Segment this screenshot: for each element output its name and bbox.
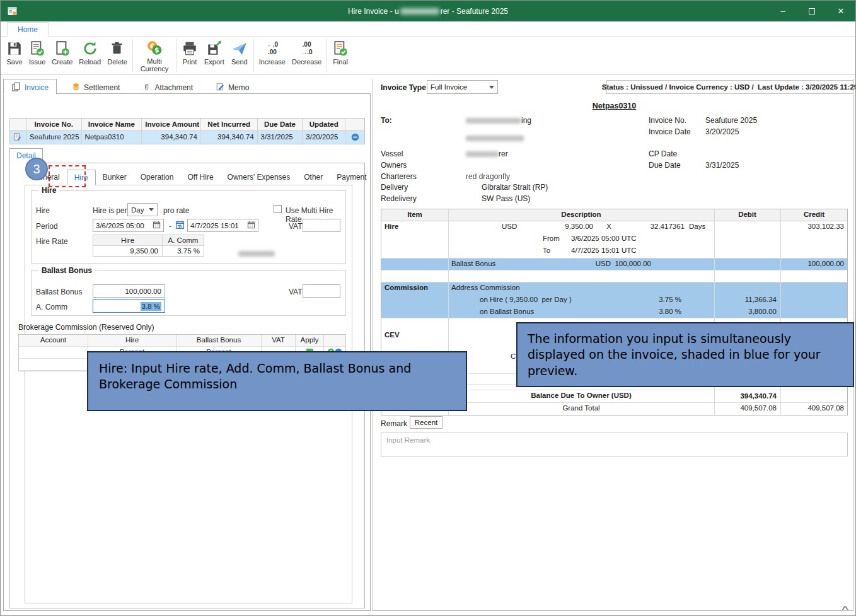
cell-due-date: 3/31/2025 <box>258 131 303 144</box>
commission-on-hire: on Hire ( 9,350.00 per Day ) <box>480 296 615 303</box>
hire-vat-input[interactable] <box>303 219 340 232</box>
col-updated[interactable]: Updated <box>303 119 345 131</box>
delete-button[interactable]: Delete <box>104 37 130 74</box>
ribbon-toolbar: Save Issue Create Reload Delete €$ <box>1 37 855 75</box>
tab-label: Invoice <box>25 83 49 92</box>
tab-other[interactable]: Other <box>297 170 330 185</box>
col-invoice-no[interactable]: Invoice No. <box>26 119 82 131</box>
close-button[interactable]: ✕ <box>826 1 855 21</box>
ballast-bonus-value: 100,000.00 <box>125 288 161 295</box>
hire-groupbox: Hire Hire Hire is per Day pro rate Use M… <box>31 190 346 264</box>
cell-net-incurred: 394,340.74 <box>201 131 258 144</box>
groupbox-title: Hire <box>38 186 59 195</box>
vat-label: VAT <box>289 288 303 296</box>
hire-rate-label: Hire Rate <box>36 237 68 246</box>
period-to-input[interactable]: 4/7/2025 15:01 <box>187 219 258 232</box>
hire-credit: 303,102.33 <box>807 223 844 230</box>
cell-invoice-amount: 394,340.74 <box>142 131 201 144</box>
tab-owners-expenses[interactable]: Owners' Expenses <box>221 170 298 185</box>
document-plus-icon <box>54 40 71 57</box>
col-hire: Hire <box>88 335 176 347</box>
charterers-label: Charterers <box>381 172 417 181</box>
period-dash: - <box>169 222 171 231</box>
reload-button[interactable]: Reload <box>76 37 104 74</box>
send-button[interactable]: Send <box>228 37 252 74</box>
use-multi-hire-checkbox[interactable] <box>274 205 282 213</box>
invoice-type-select[interactable]: Full Invoice <box>427 80 498 94</box>
balance-due-debit: 394,340.74 <box>740 392 777 400</box>
tab-memo[interactable]: Memo <box>208 79 257 94</box>
hire-rate-value[interactable]: 9,350.00 <box>93 246 163 256</box>
redelivery-label: Redelivery <box>381 194 417 203</box>
due-date-value: 3/31/2025 <box>705 161 739 170</box>
create-button[interactable]: Create <box>49 37 76 74</box>
calendar-icon[interactable] <box>153 221 161 230</box>
decrease-decimal-button[interactable]: .00→.0 Decrease <box>289 37 325 74</box>
commission-on-ballast: on Ballast Bonus <box>480 308 615 315</box>
tab-settlement[interactable]: Settlement <box>64 79 127 94</box>
hire-currency: USD <box>502 223 521 230</box>
grand-total-credit: 409,507.08 <box>807 404 844 412</box>
export-disk-arrow-icon <box>206 40 223 57</box>
minus-circle-icon[interactable] <box>345 131 364 144</box>
step-3-badge: 3 <box>25 158 48 180</box>
address-commission-label: Address Commission <box>448 282 714 294</box>
tab-off-hire[interactable]: Off Hire <box>180 170 220 185</box>
ribbon-collapse-icon[interactable]: ^ <box>842 604 849 613</box>
hire-per-select[interactable]: Day <box>127 203 158 216</box>
brokerage-title: Brokerage Commission (Reserved Only) <box>18 323 154 332</box>
app-window: Hire Invoice - urer - Seafuture 2025 – ✕… <box>0 0 856 616</box>
tab-payment[interactable]: Payment <box>330 170 373 185</box>
ballast-acomm-input[interactable]: 3.8 % <box>93 299 165 313</box>
tab-bunker[interactable]: Bunker <box>96 170 134 185</box>
hire-acomm-value[interactable]: 3.75 % <box>163 246 204 256</box>
period-from-value: 3/6/2025 05:00 <box>96 222 144 230</box>
vat-label: VAT <box>289 222 303 231</box>
hire-to: 4/7/2025 15:01 UTC <box>571 247 637 254</box>
calendar-sync-icon[interactable] <box>175 220 185 231</box>
col-due-date[interactable]: Due Date <box>258 119 303 131</box>
tab-home[interactable]: Home <box>7 22 49 37</box>
remark-input[interactable]: Input Remark <box>381 433 848 456</box>
currency-coins-icon: €$ <box>146 40 163 57</box>
ballast-amount: USD 100,000.00 <box>596 260 651 267</box>
increase-decimal-button[interactable]: ←.0.00 Increase <box>256 37 289 74</box>
multi-currency-button[interactable]: €$ Multi Currency <box>135 37 174 74</box>
owners-label: Owners <box>381 161 407 170</box>
minimize-button[interactable]: – <box>768 1 797 21</box>
period-label: Period <box>36 222 58 231</box>
refresh-icon <box>82 40 98 57</box>
export-button[interactable]: Export <box>201 37 228 74</box>
ribbon-separator <box>176 39 176 72</box>
hire-item: Hire <box>381 221 448 258</box>
print-button[interactable]: Print <box>178 37 201 74</box>
period-from-input[interactable]: 3/6/2025 05:00 <box>93 219 164 232</box>
hire-is-per-label: Hire is per <box>93 206 127 215</box>
to-label: To <box>543 247 571 254</box>
col-debit: Debit <box>714 209 780 221</box>
button-label: Create <box>52 58 72 66</box>
grand-total-debit: 409,507.08 <box>740 404 777 412</box>
ballast-vat-input[interactable] <box>303 284 340 298</box>
invoice-row[interactable]: Seafuture 2025 Netpas0310 394,340.74 394… <box>10 131 364 144</box>
button-label: Send <box>231 58 248 66</box>
maximize-button[interactable] <box>797 1 826 21</box>
ballast-bonus-input[interactable]: 100,000.00 <box>93 284 165 298</box>
tab-operation[interactable]: Operation <box>134 170 181 185</box>
tab-attachment[interactable]: Attachment <box>135 79 200 94</box>
hire-rate: 9,350.00 <box>521 223 593 230</box>
account-cell[interactable] <box>19 347 88 359</box>
col-invoice-amount[interactable]: Invoice Amount <box>142 119 201 131</box>
col-net-incurred[interactable]: Net Incurred <box>201 119 258 131</box>
save-button[interactable]: Save <box>3 37 26 74</box>
final-button[interactable]: Final <box>329 37 352 74</box>
col-invoice-name[interactable]: Invoice Name <box>82 119 142 131</box>
ballast-credit: 100,000.00 <box>807 260 844 267</box>
tab-invoice[interactable]: Invoice <box>3 79 57 95</box>
preview-table-header: Item Description Debit Credit <box>381 209 847 221</box>
button-label: Reload <box>79 58 101 66</box>
calendar-icon[interactable] <box>247 221 255 230</box>
recent-button[interactable]: Recent <box>410 416 442 429</box>
issue-button[interactable]: Issue <box>26 37 49 74</box>
remark-placeholder: Input Remark <box>386 436 430 444</box>
